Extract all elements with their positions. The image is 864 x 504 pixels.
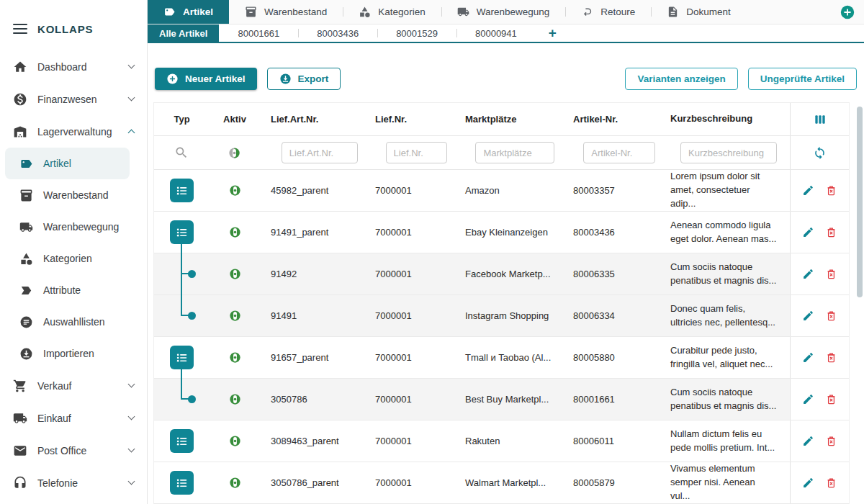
cell-artikel-nr: 80006011 (562, 420, 660, 462)
new-article-button[interactable]: Neuer Artikel (155, 68, 257, 90)
aktiv-toggle-icon[interactable] (228, 392, 242, 406)
cell-lief-nr: 7000001 (364, 379, 454, 420)
cell-artikel-nr: 80006334 (562, 295, 660, 336)
aktiv-toggle-icon[interactable] (228, 267, 242, 281)
table-row[interactable]: 45982_parent 7000001 Amazon 80003357 Lor… (154, 170, 849, 212)
article-tab[interactable]: 80003436 (298, 24, 377, 42)
trash-icon (825, 184, 837, 197)
delete-button[interactable] (825, 184, 837, 197)
tree-connector (181, 379, 182, 400)
filter-lief-art-nr-input[interactable] (282, 142, 358, 163)
sidebar-item-warenbewegung[interactable]: Warenbewegung (0, 211, 147, 243)
sidebar-item-label: Warenbewegung (43, 221, 119, 233)
vertical-scrollbar[interactable] (857, 107, 863, 504)
aktiv-toggle-icon[interactable] (228, 476, 242, 490)
tab-kategorien[interactable]: Kategorien (343, 0, 441, 24)
table-row[interactable]: 3089463_parent 7000001 Rakuten 80006011 … (154, 420, 849, 462)
refresh-icon[interactable] (813, 146, 827, 160)
delete-button[interactable] (825, 310, 837, 322)
sidebar-item-lagerverwaltung[interactable]: Lagerverwaltung (0, 115, 147, 148)
sidebar-item-verkauf[interactable]: Verkauf (0, 369, 147, 402)
delete-button[interactable] (825, 477, 837, 489)
export-button[interactable]: Export (267, 68, 341, 90)
article-type-icon[interactable] (170, 471, 194, 495)
article-type-icon[interactable] (170, 429, 194, 453)
table-row[interactable]: 91492 7000001 Facebook Marketp... 800063… (154, 253, 849, 295)
delete-button[interactable] (825, 435, 837, 447)
article-type-icon[interactable] (170, 346, 194, 369)
sidebar-item-warenbestand[interactable]: Warenbestand (0, 179, 147, 211)
sidebar-item-dashboard[interactable]: Dashboard (0, 50, 147, 83)
edit-button[interactable] (802, 184, 814, 197)
sidebar-item-telefonie[interactable]: Telefonie (0, 467, 147, 499)
chevron-down-icon (128, 381, 135, 388)
delete-button[interactable] (825, 351, 837, 364)
add-tab-button[interactable] (840, 4, 855, 20)
edit-button[interactable] (802, 268, 814, 280)
sidebar-item-einkauf[interactable]: Einkauf (0, 402, 147, 434)
filter-marktplaetze-input[interactable] (475, 142, 554, 163)
article-tab-alle-artikel[interactable]: Alle Artikel (148, 24, 219, 42)
column-header-aktiv: Aktiv (210, 103, 260, 135)
article-tab[interactable]: 80001661 (219, 24, 298, 42)
filter-artikel-nr-input[interactable] (583, 142, 655, 163)
column-settings-icon[interactable] (813, 112, 827, 127)
aktiv-filter-toggle-icon[interactable] (228, 146, 241, 160)
column-header-kurzbeschreibung: Kurzbeschreibung (660, 103, 790, 135)
edit-button[interactable] (802, 226, 814, 238)
show-variants-button[interactable]: Varianten anzeigen (625, 68, 737, 90)
aktiv-toggle-icon[interactable] (228, 309, 242, 323)
aktiv-toggle-icon[interactable] (228, 184, 242, 197)
aktiv-toggle-icon[interactable] (228, 225, 242, 239)
unverified-articles-button[interactable]: Ungeprüfte Artikel (748, 68, 857, 90)
table-row[interactable]: 91657_parent 7000001 Tmall и Taobao (Al.… (154, 337, 849, 379)
edit-button[interactable] (802, 393, 814, 405)
edit-button[interactable] (802, 435, 814, 447)
edit-button[interactable] (802, 310, 814, 322)
filter-lief-nr-input[interactable] (386, 142, 447, 163)
edit-button[interactable] (802, 351, 814, 364)
edit-button[interactable] (802, 477, 814, 489)
list-icon (175, 476, 189, 490)
delete-button[interactable] (825, 268, 837, 280)
cell-lief-art-nr: 91657_parent (260, 337, 364, 378)
sidebar-item-importieren[interactable]: Importieren (0, 338, 147, 369)
tab-label: Retoure (600, 6, 635, 17)
scrollbar-thumb[interactable] (857, 107, 863, 297)
aktiv-toggle-icon[interactable] (228, 434, 242, 448)
delete-button[interactable] (825, 393, 837, 405)
sidebar-item-kategorien[interactable]: Kategorien (0, 243, 147, 274)
tab-retoure[interactable]: Retoure (565, 0, 651, 24)
tab-label: Dokument (686, 6, 731, 17)
article-type-icon[interactable] (170, 220, 194, 244)
sidebar-item-attribute[interactable]: Attribute (0, 274, 147, 306)
search-icon[interactable] (174, 145, 189, 160)
cell-kurzbeschreibung: Curabitur pede justo, fringilla vel, ali… (660, 337, 790, 378)
article-type-icon[interactable] (170, 179, 194, 202)
article-tab[interactable]: 80000941 (456, 24, 536, 42)
chevron-down-icon (128, 413, 135, 420)
filter-kurzbeschreibung-input[interactable] (680, 142, 777, 163)
add-article-tab-button[interactable]: + (536, 24, 570, 42)
table-row[interactable]: 91491_parent 7000001 Ebay Kleinanzeigen … (154, 212, 849, 253)
return-icon (581, 6, 593, 18)
table-row[interactable]: 3050786_parent 7000001 Walmart Marketpl.… (154, 462, 849, 504)
tab-artikel[interactable]: Artikel (148, 0, 229, 24)
delete-button[interactable] (825, 226, 837, 238)
sidebar-item-finanzwesen[interactable]: Finanzwesen (0, 83, 147, 115)
article-tab[interactable]: 80001529 (377, 24, 456, 42)
menu-icon[interactable] (13, 24, 27, 34)
tab-warenbewegung[interactable]: Warenbewegung (441, 0, 566, 24)
tab-warenbestand[interactable]: Warenbestand (229, 0, 343, 24)
tree-connector (181, 295, 182, 316)
table-row[interactable]: 91491 7000001 Instagram Shopping 8000633… (154, 295, 849, 337)
aktiv-toggle-icon[interactable] (228, 351, 242, 364)
sidebar-item-artikel[interactable]: Artikel (5, 148, 130, 179)
cell-kurzbeschreibung: Cum sociis natoque penatibus et magnis d… (660, 379, 790, 420)
sidebar-item-auswahllisten[interactable]: Auswahllisten (0, 306, 147, 338)
sidebar-item-post-office[interactable]: Post Office (0, 434, 147, 467)
sidebar: KOLLAPS Dashboard Finanzwesen Lagerverwa… (0, 0, 148, 504)
cell-marktplatz: Walmart Marketpl... (454, 462, 562, 503)
table-row[interactable]: 3050786 7000001 Best Buy Marketpl... 800… (154, 379, 849, 420)
tab-dokument[interactable]: Dokument (651, 0, 747, 24)
